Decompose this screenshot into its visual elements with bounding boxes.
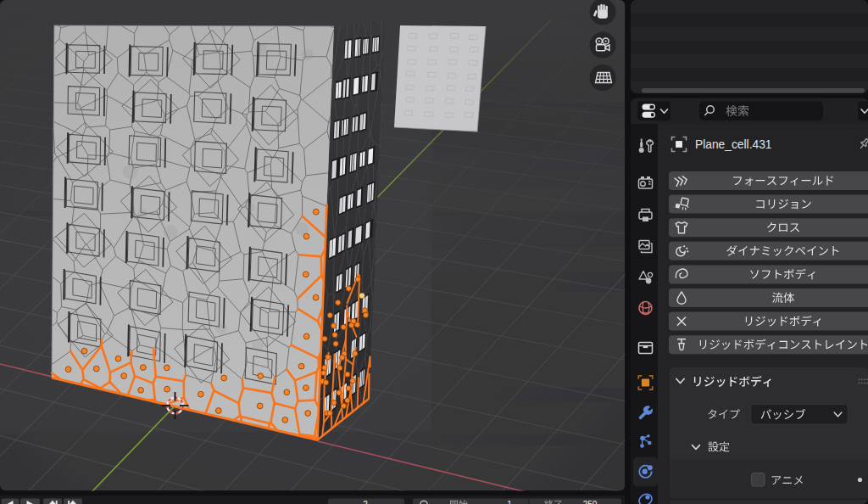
svg-text:1: 1 <box>507 500 512 504</box>
svg-text:2: 2 <box>363 500 368 504</box>
svg-text:250: 250 <box>583 500 598 504</box>
svg-text:Plane_cell.431: Plane_cell.431 <box>695 138 772 151</box>
